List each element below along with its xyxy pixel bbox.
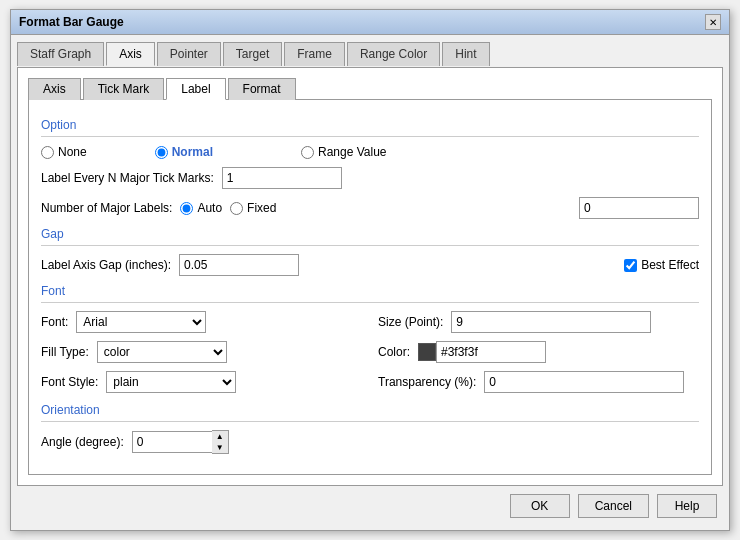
font-select[interactable]: Arial Times New Roman Courier New Verdan…	[76, 311, 206, 333]
color-input-wrapper	[418, 341, 546, 363]
radio-normal-input[interactable]	[155, 146, 168, 159]
font-style-label: Font Style:	[41, 375, 98, 389]
top-tab-content: Axis Tick Mark Label Format Option None	[17, 67, 723, 486]
fill-type-select[interactable]: color gradient pattern	[97, 341, 227, 363]
radio-none[interactable]: None	[41, 145, 87, 159]
radio-none-input[interactable]	[41, 146, 54, 159]
axis-gap-row: Label Axis Gap (inches): Best Effect	[41, 254, 699, 276]
angle-row: Angle (degree): ▲ ▼	[41, 430, 699, 454]
major-labels-row: Number of Major Labels: Auto Fixed	[41, 197, 699, 219]
tab-frame[interactable]: Frame	[284, 42, 345, 66]
radio-fixed-label: Fixed	[247, 201, 276, 215]
angle-input[interactable]	[132, 431, 212, 453]
radio-fixed-input[interactable]	[230, 202, 243, 215]
fill-type-label: Fill Type:	[41, 345, 89, 359]
close-button[interactable]: ✕	[705, 14, 721, 30]
format-bar-gauge-dialog: Format Bar Gauge ✕ Staff Graph Axis Poin…	[10, 9, 730, 531]
radio-range-value-input[interactable]	[301, 146, 314, 159]
best-effect-checkbox[interactable]	[624, 259, 637, 272]
color-label: Color:	[378, 345, 410, 359]
radio-normal-label: Normal	[172, 145, 213, 159]
title-bar: Format Bar Gauge ✕	[11, 10, 729, 35]
tab-hint[interactable]: Hint	[442, 42, 489, 66]
size-label: Size (Point):	[378, 315, 443, 329]
label-every-label: Label Every N Major Tick Marks:	[41, 171, 214, 185]
radio-none-label: None	[58, 145, 87, 159]
tab-axis[interactable]: Axis	[106, 42, 155, 66]
radio-auto-label: Auto	[197, 201, 222, 215]
transparency-label: Transparency (%):	[378, 375, 476, 389]
transparency-field-row: Transparency (%):	[378, 371, 699, 393]
angle-spinner: ▲ ▼	[132, 430, 229, 454]
ok-button[interactable]: OK	[510, 494, 570, 518]
color-input[interactable]	[436, 341, 546, 363]
font-section-label: Font	[41, 284, 699, 298]
angle-increment-button[interactable]: ▲	[212, 431, 228, 442]
radio-auto[interactable]: Auto	[180, 201, 222, 215]
inner-tab-tick-mark[interactable]: Tick Mark	[83, 78, 165, 100]
option-divider	[41, 136, 699, 137]
help-button[interactable]: Help	[657, 494, 717, 518]
inner-tab-row: Axis Tick Mark Label Format	[28, 78, 712, 100]
radio-fixed[interactable]: Fixed	[230, 201, 276, 215]
tab-range-color[interactable]: Range Color	[347, 42, 440, 66]
font-label: Font:	[41, 315, 68, 329]
angle-decrement-button[interactable]: ▼	[212, 442, 228, 453]
gap-section-label: Gap	[41, 227, 699, 241]
font-field-row: Font: Arial Times New Roman Courier New …	[41, 311, 362, 333]
dialog-footer: OK Cancel Help	[17, 486, 723, 524]
fill-type-field-row: Fill Type: color gradient pattern	[41, 341, 362, 363]
color-field-row: Color:	[378, 341, 699, 363]
dialog-title: Format Bar Gauge	[19, 15, 124, 29]
tab-pointer[interactable]: Pointer	[157, 42, 221, 66]
major-labels-fixed-input[interactable]	[579, 197, 699, 219]
radio-range-value[interactable]: Range Value	[301, 145, 387, 159]
axis-gap-label: Label Axis Gap (inches):	[41, 258, 171, 272]
size-input[interactable]	[451, 311, 651, 333]
axis-gap-input[interactable]	[179, 254, 299, 276]
best-effect-wrapper: Best Effect	[624, 258, 699, 272]
angle-label: Angle (degree):	[41, 435, 124, 449]
radio-normal[interactable]: Normal	[155, 145, 213, 159]
radio-range-value-label: Range Value	[318, 145, 387, 159]
cancel-button[interactable]: Cancel	[578, 494, 649, 518]
option-section-label: Option	[41, 118, 699, 132]
font-divider	[41, 302, 699, 303]
font-grid: Font: Arial Times New Roman Courier New …	[41, 311, 699, 393]
font-style-field-row: Font Style: plain bold italic bold itali…	[41, 371, 362, 393]
inner-tab-label[interactable]: Label	[166, 78, 225, 100]
gap-divider	[41, 245, 699, 246]
font-style-select[interactable]: plain bold italic bold italic	[106, 371, 236, 393]
inner-tab-content: Option None Normal Range Value	[28, 99, 712, 475]
top-tab-row: Staff Graph Axis Pointer Target Frame Ra…	[17, 41, 723, 65]
angle-spinner-buttons: ▲ ▼	[212, 430, 229, 454]
transparency-input[interactable]	[484, 371, 684, 393]
tab-target[interactable]: Target	[223, 42, 282, 66]
label-every-row: Label Every N Major Tick Marks:	[41, 167, 699, 189]
orientation-divider	[41, 421, 699, 422]
inner-tab-axis[interactable]: Axis	[28, 78, 81, 100]
label-every-input[interactable]	[222, 167, 342, 189]
option-radio-row: None Normal Range Value	[41, 145, 699, 159]
size-field-row: Size (Point):	[378, 311, 699, 333]
tab-staff-graph[interactable]: Staff Graph	[17, 42, 104, 66]
radio-auto-input[interactable]	[180, 202, 193, 215]
best-effect-label: Best Effect	[641, 258, 699, 272]
orientation-section-label: Orientation	[41, 403, 699, 417]
dialog-body: Staff Graph Axis Pointer Target Frame Ra…	[11, 35, 729, 530]
inner-tab-format[interactable]: Format	[228, 78, 296, 100]
color-swatch[interactable]	[418, 343, 436, 361]
major-labels-label: Number of Major Labels:	[41, 201, 172, 215]
